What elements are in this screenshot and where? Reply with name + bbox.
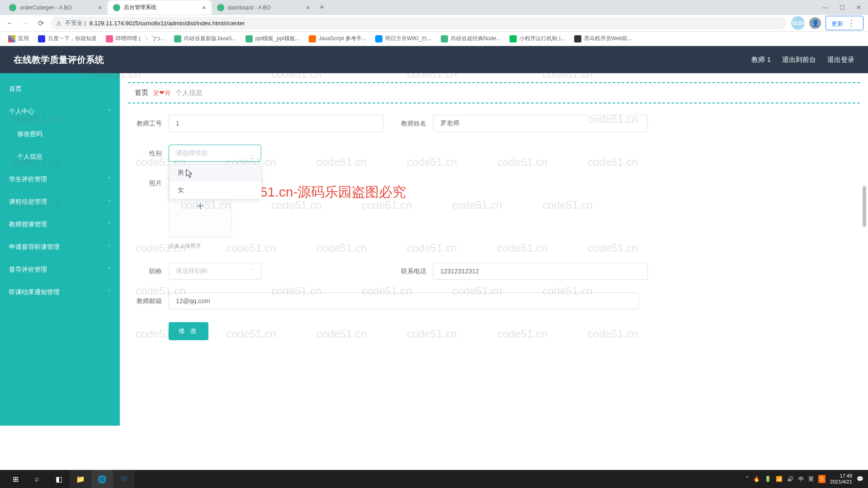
- ime-indicator[interactable]: 英: [808, 475, 814, 483]
- close-icon[interactable]: ×: [306, 4, 310, 11]
- new-tab-button[interactable]: +: [316, 1, 328, 14]
- sidebar-item-personal[interactable]: 个人中心˄: [0, 100, 120, 123]
- start-button[interactable]: ⊞: [5, 470, 26, 488]
- user-label[interactable]: 教师 1: [751, 56, 771, 64]
- bookmark-item[interactable]: JavaScript 参考手...: [306, 35, 369, 42]
- cursor-icon: [186, 169, 194, 181]
- url-prefix: 不安全 |: [65, 19, 86, 27]
- window-close-icon[interactable]: ✕: [856, 4, 861, 11]
- bookmark-item[interactable]: 尚硅谷超经典Node...: [438, 35, 504, 42]
- breadcrumb: 首页 옷❤유 个人信息: [128, 82, 860, 103]
- email-input[interactable]: [169, 292, 639, 310]
- notification-icon[interactable]: 💬: [857, 476, 863, 482]
- bookmark-item[interactable]: 小程序运行机制 |...: [507, 35, 567, 42]
- sidebar-item-course[interactable]: 课程信息管理˅: [0, 191, 120, 213]
- favicon-icon: [217, 4, 224, 11]
- back-button[interactable]: ←: [5, 18, 15, 28]
- time-badge: 02:50: [791, 16, 805, 30]
- sidebar-item-password[interactable]: 修改密码: [0, 123, 120, 145]
- bookmark-item[interactable]: 黑马程序员Web前...: [571, 35, 635, 42]
- logout-link[interactable]: 退出登录: [827, 56, 854, 64]
- reload-button[interactable]: ⟳: [35, 18, 46, 28]
- chevron-up-icon: ˅: [251, 150, 254, 156]
- browser-tab[interactable]: dashboard - A BO ×: [212, 0, 316, 14]
- app-title: 在线教学质量评价系统: [14, 54, 104, 66]
- bookmark-icon: [441, 35, 448, 42]
- sidebar-item-student-eval[interactable]: 学生评价管理˅: [0, 168, 120, 191]
- browser-toolbar: ← → ⟳ ⚠ 不安全 | 8.129.11.174:9025/ssmo8x1z…: [0, 15, 868, 32]
- tray-battery-icon[interactable]: 🔋: [764, 476, 771, 482]
- forward-button[interactable]: →: [20, 18, 31, 28]
- photo-label: 照片: [128, 174, 169, 192]
- email-label: 教师邮箱: [128, 292, 169, 310]
- task-view-button[interactable]: ◧: [48, 470, 70, 488]
- bookmark-icon: [309, 35, 316, 42]
- title-select[interactable]: 请选择职称 ˅: [169, 263, 261, 280]
- bookmark-icon: [174, 35, 181, 42]
- tray-sogou-icon[interactable]: S: [818, 475, 826, 483]
- sidebar-item-audit-eval[interactable]: 督导评价管理˅: [0, 258, 120, 281]
- app-header: 在线教学质量评价系统 教师 1 退出到前台 退出登录: [0, 46, 868, 73]
- ime-indicator[interactable]: 中: [798, 475, 804, 483]
- gender-option-female[interactable]: 女: [170, 182, 261, 199]
- tray-chevron-icon[interactable]: ˄: [746, 476, 749, 482]
- submit-button[interactable]: 修 改: [169, 322, 208, 340]
- phone-input[interactable]: [433, 263, 648, 280]
- teacher-id-input[interactable]: [169, 115, 383, 132]
- main-content: 首页 옷❤유 个人信息 教师工号 教师姓名 性别 请选择性别 ˅ 男: [120, 73, 868, 426]
- breadcrumb-home[interactable]: 首页: [135, 89, 148, 97]
- update-button[interactable]: 更新 ⋮: [826, 16, 863, 30]
- chevron-down-icon: ˅: [108, 222, 111, 228]
- sidebar: 首页 个人中心˄ 修改密码 个人信息 学生评价管理˅ 课程信息管理˅ 教师授课管…: [0, 73, 120, 426]
- phone-label: 联系电话: [392, 263, 433, 280]
- title-placeholder: 请选择职称: [176, 267, 208, 275]
- sidebar-item-result-notify[interactable]: 听课结果通知管理˅: [0, 281, 120, 304]
- bookmark-item[interactable]: ppt模板_ppt模板...: [243, 35, 302, 42]
- browser-tab[interactable]: 后台管理系统 ×: [108, 0, 212, 14]
- taskbar: ⊞ ⌕ ◧ 📁 🌐 W ˄ 🔥 🔋 📶 🔊 中 英 S 17:49 2021/4…: [0, 470, 868, 488]
- chevron-down-icon: ˅: [251, 268, 254, 274]
- tray-wifi-icon[interactable]: 📶: [776, 476, 783, 482]
- address-bar[interactable]: ⚠ 不安全 | 8.129.11.174:9025/ssmo8x1z/admin…: [51, 17, 787, 29]
- maximize-icon[interactable]: ☐: [840, 4, 845, 11]
- favicon-icon: [113, 4, 120, 11]
- tab-title: dashboard - A BO: [228, 5, 271, 11]
- upload-hint: 点击上传照片: [169, 242, 232, 250]
- tab-title: orderCodegen - A BO: [20, 5, 72, 11]
- teacher-name-input[interactable]: [433, 115, 648, 132]
- close-icon[interactable]: ×: [202, 4, 206, 11]
- bookmark-icon: [375, 35, 382, 42]
- teacher-name-label: 教师姓名: [392, 115, 433, 132]
- bookmark-item[interactable]: 明日方舟WIKI_白...: [373, 35, 434, 42]
- bookmark-icon: [245, 35, 253, 42]
- favicon-icon: [9, 4, 16, 11]
- bookmark-apps[interactable]: 应用: [5, 35, 32, 42]
- back-to-front-link[interactable]: 退出到前台: [782, 56, 816, 64]
- sidebar-item-home[interactable]: 首页: [0, 78, 120, 100]
- minimize-icon[interactable]: —: [822, 4, 828, 11]
- chrome-icon[interactable]: 🌐: [91, 470, 113, 488]
- sidebar-item-profile[interactable]: 个人信息: [0, 145, 120, 168]
- close-icon[interactable]: ×: [98, 4, 102, 11]
- chevron-down-icon: ˅: [108, 199, 111, 205]
- bookmark-item[interactable]: 尚硅谷最新版JavaS...: [171, 35, 239, 42]
- bookmark-icon: [38, 35, 45, 42]
- url-text: 8.129.11.174:9025/ssmo8x1z/admin/dist/in…: [90, 20, 245, 27]
- sidebar-item-apply-audit[interactable]: 申请督导听课管理˅: [0, 236, 120, 258]
- sidebar-item-teaching[interactable]: 教师授课管理˅: [0, 213, 120, 236]
- chevron-down-icon: ˅: [108, 244, 111, 250]
- search-button[interactable]: ⌕: [26, 470, 48, 488]
- explorer-icon[interactable]: 📁: [70, 470, 91, 488]
- browser-tab-strip: orderCodegen - A BO × 后台管理系统 × dashboard…: [0, 0, 868, 15]
- gender-option-male[interactable]: 男: [170, 164, 261, 182]
- browser-tab[interactable]: orderCodegen - A BO ×: [4, 0, 108, 14]
- word-icon[interactable]: W: [113, 470, 135, 488]
- profile-icon[interactable]: 👤: [809, 17, 821, 29]
- taskbar-clock[interactable]: 17:49 2021/4/21: [830, 473, 852, 485]
- bookmark-item[interactable]: 百度一下，你就知道: [35, 35, 99, 42]
- tray-icon[interactable]: 🔥: [753, 476, 760, 482]
- bookmark-item[interactable]: 哔哩哔哩 (゜-゜)つ...: [103, 35, 168, 42]
- tray-volume-icon[interactable]: 🔊: [787, 476, 794, 482]
- gender-select[interactable]: 请选择性别 ˅ 男 女: [169, 145, 261, 162]
- scrollbar-thumb[interactable]: [863, 186, 866, 227]
